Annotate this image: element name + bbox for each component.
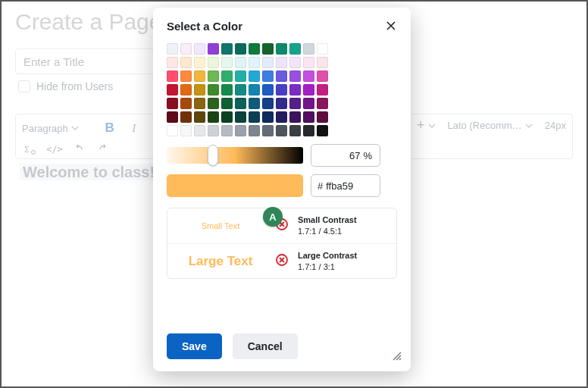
- color-swatch[interactable]: [221, 98, 233, 109]
- color-swatch[interactable]: [303, 84, 314, 95]
- color-swatch[interactable]: [167, 98, 178, 109]
- color-swatch[interactable]: [194, 70, 205, 82]
- color-swatch[interactable]: [289, 125, 301, 136]
- color-swatch[interactable]: [194, 84, 205, 95]
- color-swatch[interactable]: [235, 111, 246, 123]
- color-swatch[interactable]: [221, 57, 233, 68]
- color-swatch[interactable]: [262, 57, 274, 68]
- color-swatch[interactable]: [303, 43, 314, 55]
- color-swatch[interactable]: [208, 84, 219, 95]
- color-swatch[interactable]: [289, 98, 301, 109]
- color-swatch[interactable]: [262, 84, 274, 95]
- color-swatch[interactable]: [317, 98, 328, 109]
- color-swatch[interactable]: [317, 43, 328, 55]
- color-swatch[interactable]: [317, 57, 328, 68]
- color-swatch[interactable]: [289, 84, 301, 95]
- close-icon: [383, 18, 399, 33]
- color-swatch[interactable]: [317, 125, 328, 136]
- color-swatch[interactable]: [180, 111, 192, 123]
- color-swatch[interactable]: [235, 57, 246, 68]
- color-swatch[interactable]: [208, 111, 219, 123]
- color-swatch[interactable]: [249, 43, 260, 55]
- opacity-input[interactable]: 67 %: [311, 144, 380, 167]
- color-swatch[interactable]: [289, 57, 301, 68]
- color-swatch[interactable]: [194, 125, 205, 136]
- color-swatch[interactable]: [194, 43, 205, 55]
- color-swatch[interactable]: [262, 111, 274, 123]
- color-swatch[interactable]: [303, 125, 314, 136]
- color-swatch[interactable]: [180, 84, 192, 95]
- color-swatch[interactable]: [235, 84, 246, 95]
- color-swatch[interactable]: [249, 84, 260, 95]
- color-swatch[interactable]: [303, 111, 314, 123]
- color-swatch[interactable]: [262, 125, 274, 136]
- color-swatch[interactable]: [262, 43, 274, 55]
- color-swatch[interactable]: [221, 125, 233, 136]
- opacity-unit: %: [363, 150, 372, 161]
- color-swatch[interactable]: [167, 70, 178, 82]
- color-swatch[interactable]: [167, 125, 178, 136]
- color-swatch[interactable]: [221, 111, 233, 123]
- color-swatch[interactable]: [235, 70, 246, 82]
- color-swatch[interactable]: [194, 57, 205, 68]
- color-swatch[interactable]: [303, 57, 314, 68]
- close-button[interactable]: [383, 18, 399, 33]
- color-swatch[interactable]: [208, 125, 219, 136]
- color-swatch[interactable]: [317, 84, 328, 95]
- save-button[interactable]: Save: [167, 333, 222, 359]
- color-swatch[interactable]: [180, 57, 192, 68]
- color-swatch[interactable]: [194, 98, 205, 109]
- color-swatch[interactable]: [167, 84, 178, 95]
- color-swatch[interactable]: [208, 98, 219, 109]
- color-swatch[interactable]: [249, 70, 260, 82]
- small-text-sample: Small Text: [175, 221, 266, 230]
- color-swatch[interactable]: [262, 70, 274, 82]
- color-swatch[interactable]: [317, 70, 328, 82]
- color-swatch[interactable]: [167, 111, 178, 123]
- color-swatch[interactable]: [180, 43, 192, 55]
- color-swatch[interactable]: [303, 98, 314, 109]
- color-swatch[interactable]: [208, 57, 219, 68]
- color-swatch[interactable]: [289, 70, 301, 82]
- color-swatch[interactable]: [249, 98, 260, 109]
- color-preview: [167, 174, 303, 197]
- color-swatch[interactable]: [289, 43, 301, 55]
- color-swatch[interactable]: [303, 70, 314, 82]
- resize-handle-icon[interactable]: [391, 350, 402, 364]
- color-swatch[interactable]: [221, 70, 233, 82]
- color-swatch[interactable]: [180, 70, 192, 82]
- color-swatch[interactable]: [276, 57, 287, 68]
- color-swatch[interactable]: [276, 98, 287, 109]
- color-swatch[interactable]: [235, 125, 246, 136]
- color-swatch[interactable]: [221, 84, 233, 95]
- color-swatch[interactable]: [276, 43, 287, 55]
- color-swatch[interactable]: [249, 125, 260, 136]
- large-contrast-title: Large Contrast: [298, 250, 357, 261]
- color-swatch[interactable]: [208, 43, 219, 55]
- color-swatch[interactable]: [235, 43, 246, 55]
- color-swatch[interactable]: [194, 111, 205, 123]
- hex-input[interactable]: # ffba59: [311, 174, 380, 197]
- color-swatch[interactable]: [235, 98, 246, 109]
- color-swatch[interactable]: [276, 84, 287, 95]
- slider-thumb[interactable]: [208, 145, 218, 166]
- color-swatch[interactable]: [317, 111, 328, 123]
- color-swatch[interactable]: [208, 70, 219, 82]
- large-text-sample: Large Text: [175, 254, 266, 269]
- color-swatch[interactable]: [167, 43, 178, 55]
- cancel-button[interactable]: Cancel: [233, 333, 298, 359]
- color-swatch[interactable]: [167, 57, 178, 68]
- color-swatch[interactable]: [262, 98, 274, 109]
- color-swatch[interactable]: [276, 70, 287, 82]
- color-swatch[interactable]: [276, 125, 287, 136]
- hex-prefix: #: [317, 180, 323, 192]
- color-swatch[interactable]: [289, 111, 301, 123]
- opacity-value: 67: [349, 150, 360, 161]
- lightness-slider[interactable]: [167, 147, 303, 164]
- color-swatch[interactable]: [221, 43, 233, 55]
- color-swatch[interactable]: [249, 111, 260, 123]
- color-swatch[interactable]: [276, 111, 287, 123]
- color-swatch[interactable]: [180, 125, 192, 136]
- color-swatch[interactable]: [249, 57, 260, 68]
- color-swatch[interactable]: [180, 98, 192, 109]
